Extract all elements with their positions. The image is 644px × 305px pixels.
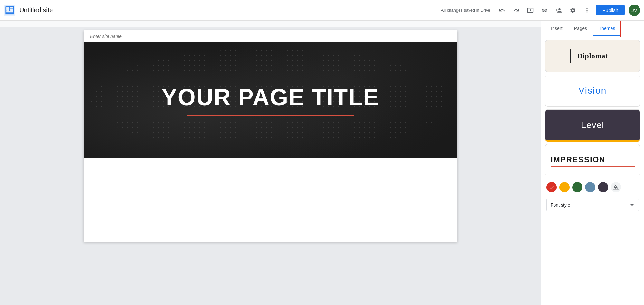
panel-tabs: Insert Pages Themes — [541, 21, 644, 37]
font-style-select[interactable]: Font style — [546, 199, 639, 211]
theme-diplomat-label: Diplomat — [570, 49, 615, 63]
swatch-green[interactable] — [572, 182, 582, 192]
save-status: All changes saved in Drive — [441, 8, 490, 13]
topbar: Untitled site All changes saved in Drive… — [0, 0, 644, 21]
tab-themes-wrapper: Themes — [593, 21, 621, 37]
theme-level-label: Level — [581, 120, 604, 130]
preview-button[interactable] — [524, 4, 537, 17]
canvas[interactable]: YOUR PAGE TITLE — [84, 30, 457, 242]
app-logo — [4, 5, 15, 16]
site-title[interactable]: Untitled site — [19, 6, 53, 14]
main-layout: // Can't use script here in SVG, use CSS… — [0, 21, 644, 305]
swatch-yellow[interactable] — [559, 182, 570, 192]
tab-pages[interactable]: Pages — [568, 21, 593, 37]
font-style-row: Font style — [541, 196, 644, 215]
canvas-area[interactable]: // Can't use script here in SVG, use CSS… — [0, 21, 541, 305]
add-person-button[interactable] — [552, 4, 565, 17]
publish-button[interactable]: Publish — [596, 5, 625, 15]
settings-button[interactable] — [566, 4, 579, 17]
site-name-input[interactable] — [90, 34, 147, 39]
hero-section[interactable]: YOUR PAGE TITLE — [84, 42, 457, 158]
site-header-bar — [84, 30, 457, 42]
hero-content: YOUR PAGE TITLE — [162, 85, 380, 116]
hero-underline — [187, 115, 354, 116]
svg-rect-3 — [6, 7, 9, 11]
link-button[interactable] — [538, 4, 551, 17]
tab-insert[interactable]: Insert — [545, 21, 568, 37]
user-avatar[interactable]: JV — [629, 5, 640, 16]
theme-impression-underline — [551, 166, 635, 167]
theme-diplomat-card[interactable]: Diplomat — [545, 40, 640, 72]
theme-vision-card[interactable]: Vision — [545, 75, 640, 107]
canvas-wrapper: YOUR PAGE TITLE — [0, 27, 541, 255]
undo-button[interactable] — [496, 4, 508, 17]
svg-rect-4 — [10, 7, 13, 9]
swatch-red[interactable] — [546, 182, 557, 192]
swatch-custom-color[interactable] — [611, 182, 621, 192]
theme-impression-label: IMPRESSION — [551, 155, 606, 164]
color-swatches — [541, 179, 644, 194]
svg-rect-6 — [6, 11, 13, 12]
svg-rect-5 — [10, 9, 13, 11]
ruler-horizontal: // Can't use script here in SVG, use CSS… — [0, 21, 541, 27]
theme-level-card[interactable]: Level — [545, 109, 640, 142]
more-options-button[interactable] — [581, 4, 593, 17]
theme-impression-card[interactable]: IMPRESSION — [545, 144, 640, 176]
swatch-blue[interactable] — [585, 182, 595, 192]
hero-title[interactable]: YOUR PAGE TITLE — [162, 85, 380, 110]
theme-vision-label: Vision — [579, 86, 607, 96]
theme-cards-list: Diplomat Vision Level IMPRESSION — [541, 37, 644, 179]
toolbar-icons — [496, 4, 593, 17]
tab-themes[interactable]: Themes — [593, 21, 620, 36]
redo-button[interactable] — [510, 4, 523, 17]
swatch-dark[interactable] — [598, 182, 608, 192]
right-panel: Insert Pages Themes Diplomat Vision Leve… — [541, 21, 644, 305]
body-section[interactable] — [84, 158, 457, 242]
